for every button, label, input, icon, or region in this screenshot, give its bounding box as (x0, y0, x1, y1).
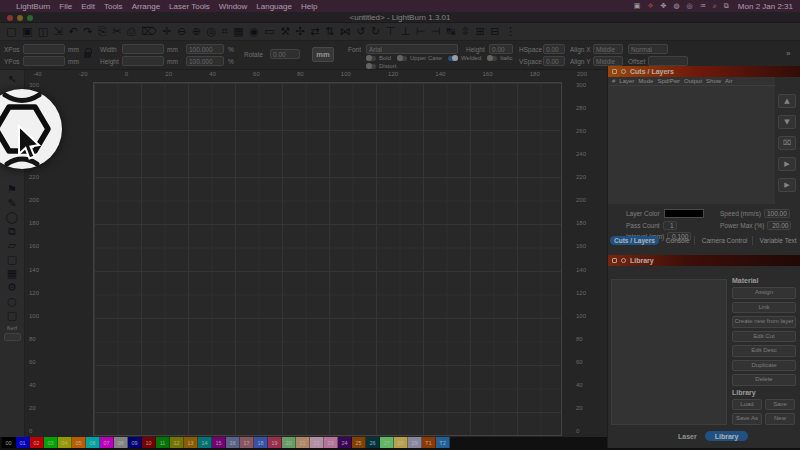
kerf-circle-tool[interactable]: ○ (7, 295, 17, 309)
lock-aspect-icon[interactable] (84, 52, 91, 58)
kerf-value-field[interactable] (4, 333, 21, 341)
save-file-icon[interactable]: ◫ (38, 24, 48, 40)
menu-item[interactable]: Window (219, 2, 247, 11)
library-action-button[interactable]: Create new from layer (732, 316, 796, 328)
height-percent-field[interactable]: 100.000 (186, 56, 224, 66)
upper-case-toggle[interactable]: Upper Case (397, 55, 442, 61)
palette-swatch[interactable]: 07 (100, 437, 114, 448)
window-split-icon[interactable]: ⊟ (490, 24, 499, 40)
variable-text-select[interactable]: Normal (628, 44, 668, 54)
palette-swatch[interactable]: 10 (142, 437, 156, 448)
align-right-icon[interactable]: ⊣ (431, 24, 441, 40)
align-top-icon[interactable]: ⊤ (386, 24, 396, 40)
hspace-field[interactable]: 0.00 (543, 44, 565, 54)
preview-icon[interactable]: ▭ (264, 24, 274, 40)
panel-float-icon[interactable] (621, 69, 626, 74)
camera-capture-icon[interactable]: ◉ (249, 24, 259, 40)
palette-swatch[interactable]: 05 (72, 437, 86, 448)
rotate-ccw-icon[interactable]: ↺ (356, 24, 365, 40)
palette-swatch[interactable]: 29 (408, 437, 422, 448)
palette-swatch[interactable]: 15 (212, 437, 226, 448)
palette-swatch[interactable]: 26 (366, 437, 380, 448)
control-center-icon[interactable]: ⧉ (724, 2, 729, 10)
rotate-field[interactable]: 0.00 (270, 49, 300, 59)
palette-swatch[interactable]: 21 (296, 437, 310, 448)
array-tool[interactable]: ▦ (7, 267, 17, 281)
library-titlebar[interactable]: Library (608, 255, 800, 266)
menu-item[interactable]: Language (256, 2, 292, 11)
library-action-button[interactable]: Duplicate (732, 360, 796, 372)
italic-toggle[interactable]: Italic (487, 55, 512, 61)
palette-swatch[interactable]: 19 (268, 437, 282, 448)
library-file-button[interactable]: Save (765, 399, 795, 411)
menu-item[interactable]: Help (301, 2, 317, 11)
library-action-button[interactable]: Edit Cut (732, 331, 796, 343)
dropbox-icon[interactable]: ✥ (661, 2, 667, 10)
bluetooth-icon[interactable]: ◎ (687, 2, 693, 10)
palette-swatch[interactable]: 08 (114, 437, 128, 448)
power-max-field[interactable]: 20.00 (767, 221, 791, 230)
menu-clock[interactable]: Mon 2 Jan 2:31 (738, 2, 793, 11)
cuts-layers-titlebar[interactable]: Cuts / Layers (608, 66, 800, 77)
panel-tab[interactable]: Variable Text (756, 236, 800, 245)
library-file-button[interactable]: New (765, 413, 795, 425)
zoom-out-icon[interactable]: ⊖ (177, 24, 186, 40)
width-field[interactable] (122, 44, 164, 54)
font-select[interactable]: Arial (366, 44, 458, 54)
palette-swatch[interactable]: 22 (310, 437, 324, 448)
offset-shapes-tool[interactable]: ▱ (8, 239, 16, 253)
palette-swatch[interactable]: 02 (30, 437, 44, 448)
pan-move-icon[interactable]: ✛ (162, 24, 171, 40)
layer-up-button[interactable]: ▲ (778, 94, 796, 108)
workspace[interactable]: -40-20020406080100120140160180200 300280… (25, 70, 607, 437)
aligny-select[interactable]: Middle (593, 56, 623, 66)
distribute-v-icon[interactable]: ⇳ (461, 24, 470, 40)
library-action-button[interactable]: Edit Desc (732, 345, 796, 357)
palette-swatch[interactable]: 16 (226, 437, 240, 448)
import-icon[interactable]: ⇲ (54, 24, 63, 40)
layer-down-button[interactable]: ▼ (778, 115, 796, 129)
new-file-icon[interactable]: ▢ (6, 24, 16, 40)
palette-swatch[interactable]: 23 (324, 437, 338, 448)
bold-toggle[interactable]: Bold (366, 55, 391, 61)
library-action-button[interactable]: Assign (732, 287, 796, 299)
menu-item[interactable]: Tools (104, 2, 123, 11)
menu-item[interactable]: LightBurn (16, 2, 50, 11)
stats-icon[interactable]: ❖ (647, 2, 653, 10)
panel-float-icon[interactable] (621, 258, 626, 263)
palette-swatch[interactable]: T1 (422, 437, 436, 448)
cut-icon[interactable]: ✂ (112, 24, 121, 40)
boolean-union-tool[interactable]: ⧉ (8, 225, 16, 239)
search-icon[interactable]: ⌕ (713, 2, 717, 10)
palette-swatch[interactable]: 20 (282, 437, 296, 448)
kerf-square-tool[interactable]: ▢ (7, 309, 17, 323)
ypos-field[interactable] (23, 56, 65, 66)
welded-toggle[interactable]: Welded (448, 55, 481, 61)
library-action-button[interactable]: Link (732, 302, 796, 314)
speed-field[interactable]: 100.00 (764, 209, 790, 218)
adjust-image-tool[interactable]: ⚙ (7, 281, 17, 295)
wifi-icon[interactable]: ♒ (700, 2, 706, 10)
grid-snap-icon[interactable]: ▦ (233, 24, 243, 40)
align-bottom-icon[interactable]: ⊥ (401, 24, 411, 40)
panel-dock-icon[interactable] (612, 258, 617, 263)
palette-swatch[interactable]: T2 (436, 437, 450, 448)
ellipse-tool[interactable]: ◯ (6, 211, 18, 225)
palette-swatch[interactable]: 14 (198, 437, 212, 448)
dock-options-icon[interactable]: ⋮ (505, 24, 516, 40)
palette-swatch[interactable]: 00 (2, 437, 16, 448)
frame-selection-icon[interactable]: ⌗ (222, 24, 228, 40)
zoom-in-icon[interactable]: ⊕ (192, 24, 201, 40)
palette-swatch[interactable]: 06 (86, 437, 100, 448)
delete-icon[interactable]: ⌦ (141, 24, 157, 40)
palette-swatch[interactable]: 27 (380, 437, 394, 448)
layer-list[interactable] (608, 86, 775, 204)
pass-count-field[interactable]: 1 (663, 221, 677, 230)
window-grid-icon[interactable]: ⊞ (475, 24, 484, 40)
xpos-field[interactable] (23, 44, 65, 54)
panel-tab[interactable]: Camera Control (698, 236, 753, 245)
menu-item[interactable]: Arrange (132, 2, 160, 11)
flip-horizontal-icon[interactable]: ⇄ (310, 24, 319, 40)
machine-bed-grid[interactable] (93, 82, 562, 436)
palette-swatch[interactable]: 09 (128, 437, 142, 448)
